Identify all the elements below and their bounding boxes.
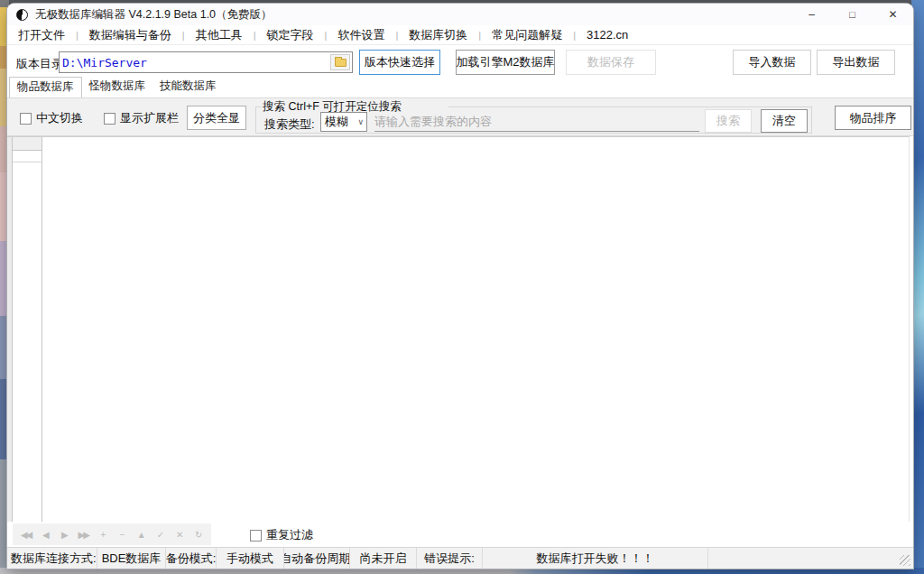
menu-separator: | xyxy=(70,30,84,41)
menu-website-link[interactable]: 3122.cn xyxy=(581,28,633,42)
status-connection-value: BDE数据库 xyxy=(97,548,166,569)
resize-grip[interactable] xyxy=(900,555,910,566)
desktop-wallpaper-bottom xyxy=(0,568,924,574)
menu-open-file[interactable]: 打开文件 xyxy=(7,27,70,43)
item-sort-button[interactable]: 物品排序 xyxy=(835,106,911,130)
filter-panel: 中文切换 显示扩展栏 分类全显 搜索 Ctrl+F 可打开定位搜索 搜索类型: … xyxy=(7,97,913,136)
version-dir-input[interactable] xyxy=(62,53,328,71)
clear-button[interactable]: 清空 xyxy=(761,109,808,133)
edit-record-button: ▲ xyxy=(133,530,149,540)
tab-monster-database[interactable]: 怪物数据库 xyxy=(82,77,153,97)
status-error-label: 错误提示: xyxy=(417,548,483,569)
show-extend-bar-label: 显示扩展栏 xyxy=(120,110,179,126)
close-button[interactable]: ✕ xyxy=(873,4,913,25)
record-navigator-bar: ◀◀ ◀ ▶ ▶▶ + − ▲ ✓ ✕ ↻ 重复过滤 xyxy=(7,522,910,547)
import-data-button[interactable]: 导入数据 xyxy=(733,50,811,75)
post-edit-button: ✓ xyxy=(152,530,168,540)
next-record-button: ▶ xyxy=(56,530,72,540)
search-input[interactable] xyxy=(374,112,699,132)
database-tabs: 物品数据库 怪物数据库 技能数据库 xyxy=(7,79,913,97)
tab-skill-database[interactable]: 技能数据库 xyxy=(152,77,224,97)
folder-icon xyxy=(335,59,346,67)
menu-other-tools[interactable]: 其他工具 xyxy=(190,27,248,43)
status-bar: 数据库连接方式: BDE数据库 备份模式: 手动模式 自动备份周期: 尚未开启 … xyxy=(7,547,913,569)
menu-lock-fields[interactable]: 锁定字段 xyxy=(262,27,319,43)
grid-empty-row xyxy=(13,152,42,162)
minimize-button[interactable]: – xyxy=(791,4,832,25)
grid-indicator-column xyxy=(7,137,13,522)
refresh-data-button: ↻ xyxy=(189,530,206,540)
menu-separator: | xyxy=(177,30,190,41)
menu-separator: | xyxy=(390,30,403,41)
cancel-edit-button: ✕ xyxy=(171,530,187,540)
status-backup-mode-value: 手动模式 xyxy=(217,548,284,569)
status-error-message: 数据库打开失败！！！ xyxy=(483,548,708,569)
browse-folder-button[interactable] xyxy=(330,54,350,70)
menu-database-switch[interactable]: 数据库切换 xyxy=(403,27,473,43)
status-filler xyxy=(708,548,913,569)
duplicate-filter-checkbox[interactable]: 重复过滤 xyxy=(250,527,313,543)
prior-record-button: ◀ xyxy=(37,530,53,540)
app-window: 无极数据库编辑器 V4.2.1.9 Beta 1.0（免费版） – □ ✕ 打开… xyxy=(7,4,913,569)
menu-software-settings[interactable]: 软件设置 xyxy=(332,27,390,43)
menu-separator: | xyxy=(568,30,581,41)
search-group: 搜索 Ctrl+F 可打开定位搜索 搜索类型: 模糊 ∨ 搜索 清空 xyxy=(255,98,812,135)
checkbox-box[interactable] xyxy=(104,113,116,125)
menu-faq[interactable]: 常见问题解疑 xyxy=(486,27,568,43)
export-data-button[interactable]: 导出数据 xyxy=(817,50,895,75)
chevron-down-icon: ∨ xyxy=(357,117,364,126)
category-show-all-button[interactable]: 分类全显 xyxy=(187,106,246,130)
last-record-button: ▶▶ xyxy=(75,530,91,540)
grid-column-divider xyxy=(42,137,42,522)
search-type-value: 模糊 xyxy=(325,114,348,130)
version-quick-select-button[interactable]: 版本快速选择 xyxy=(359,50,440,75)
chinese-toggle-label: 中文切换 xyxy=(36,110,83,126)
status-backup-mode-label: 备份模式: xyxy=(166,548,217,569)
tab-item-database[interactable]: 物品数据库 xyxy=(9,77,82,97)
item-data-grid[interactable] xyxy=(7,136,910,522)
data-save-button: 数据保存 xyxy=(566,50,656,75)
status-auto-backup-value: 尚未开启 xyxy=(350,548,417,569)
window-title: 无极数据库编辑器 V4.2.1.9 Beta 1.0（免费版） xyxy=(35,7,273,23)
main-toolbar: 版本目录: 版本快速选择 加载引擎M2数据库 数据保存 导入数据 导出数据 xyxy=(7,45,913,79)
menu-data-edit-backup[interactable]: 数据编辑与备份 xyxy=(84,27,177,43)
chinese-toggle-checkbox[interactable]: 中文切换 xyxy=(20,110,83,126)
show-extend-bar-checkbox[interactable]: 显示扩展栏 xyxy=(104,110,179,126)
status-connection-label: 数据库连接方式: xyxy=(7,548,97,569)
checkbox-box[interactable] xyxy=(250,530,262,542)
menu-separator: | xyxy=(248,30,262,41)
search-type-select[interactable]: 模糊 ∨ xyxy=(320,112,367,132)
menu-bar: 打开文件 | 数据编辑与备份 | 其他工具 | 锁定字段 | 软件设置 | 数据… xyxy=(7,25,913,45)
search-button: 搜索 xyxy=(705,109,752,133)
checkbox-box[interactable] xyxy=(20,113,32,125)
title-bar: 无极数据库编辑器 V4.2.1.9 Beta 1.0（免费版） – □ ✕ xyxy=(7,4,913,25)
delete-record-button: − xyxy=(114,530,130,540)
window-controls: – □ ✕ xyxy=(791,4,913,25)
duplicate-filter-label: 重复过滤 xyxy=(266,527,313,543)
insert-record-button: + xyxy=(94,530,110,540)
app-logo-icon xyxy=(16,9,28,21)
first-record-button: ◀◀ xyxy=(18,530,34,540)
version-dir-box xyxy=(59,51,353,73)
search-type-label: 搜索类型: xyxy=(264,116,315,133)
maximize-button[interactable]: □ xyxy=(832,4,873,25)
menu-separator: | xyxy=(473,30,486,41)
status-auto-backup-label: 自动备份周期: xyxy=(284,548,350,569)
menu-separator: | xyxy=(319,30,333,41)
load-m2-database-button[interactable]: 加载引擎M2数据库 xyxy=(456,50,555,75)
desktop-wallpaper-right xyxy=(911,0,924,574)
db-navigator: ◀◀ ◀ ▶ ▶▶ + − ▲ ✓ ✕ ↻ xyxy=(13,523,211,545)
